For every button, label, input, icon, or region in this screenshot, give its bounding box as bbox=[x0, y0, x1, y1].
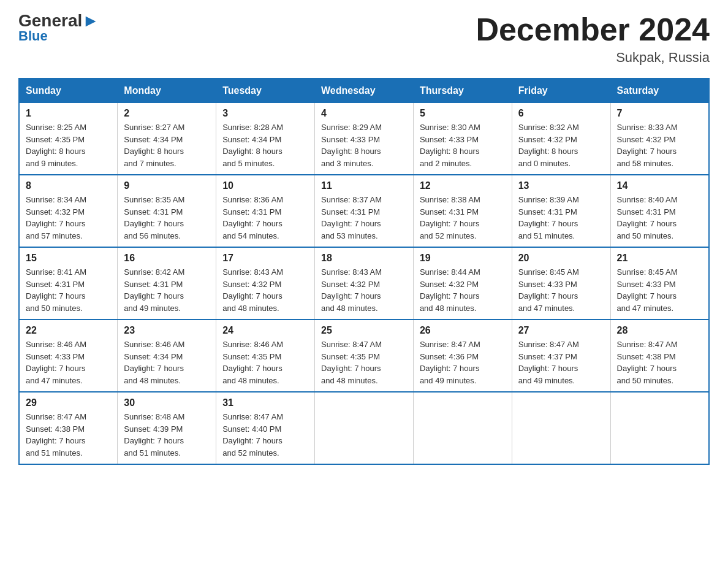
day-number: 18 bbox=[321, 253, 407, 264]
calendar-week-row: 8Sunrise: 8:34 AMSunset: 4:32 PMDaylight… bbox=[19, 175, 709, 247]
day-info: Sunrise: 8:46 AMSunset: 4:35 PMDaylight:… bbox=[222, 339, 308, 386]
day-number: 23 bbox=[124, 325, 210, 336]
calendar-cell: 28Sunrise: 8:47 AMSunset: 4:38 PMDayligh… bbox=[610, 320, 709, 392]
calendar-table: SundayMondayTuesdayWednesdayThursdayFrid… bbox=[18, 78, 710, 465]
day-number: 28 bbox=[617, 325, 702, 336]
calendar-cell: 30Sunrise: 8:48 AMSunset: 4:39 PMDayligh… bbox=[118, 392, 216, 464]
calendar-cell: 9Sunrise: 8:35 AMSunset: 4:31 PMDaylight… bbox=[118, 175, 216, 247]
day-number: 27 bbox=[518, 325, 604, 336]
calendar-cell: 2Sunrise: 8:27 AMSunset: 4:34 PMDaylight… bbox=[118, 103, 216, 175]
day-info: Sunrise: 8:46 AMSunset: 4:33 PMDaylight:… bbox=[26, 339, 111, 386]
calendar-cell: 16Sunrise: 8:42 AMSunset: 4:31 PMDayligh… bbox=[118, 247, 216, 320]
calendar-cell: 15Sunrise: 8:41 AMSunset: 4:31 PMDayligh… bbox=[19, 247, 118, 320]
calendar-header-sunday: Sunday bbox=[19, 79, 118, 103]
calendar-cell: 12Sunrise: 8:38 AMSunset: 4:31 PMDayligh… bbox=[413, 175, 512, 247]
logo-blue-text: Blue bbox=[18, 28, 48, 44]
day-number: 3 bbox=[222, 108, 308, 119]
calendar-cell: 8Sunrise: 8:34 AMSunset: 4:32 PMDaylight… bbox=[19, 175, 118, 247]
calendar-cell: 25Sunrise: 8:47 AMSunset: 4:35 PMDayligh… bbox=[315, 320, 414, 392]
day-number: 22 bbox=[26, 325, 111, 336]
calendar-cell: 11Sunrise: 8:37 AMSunset: 4:31 PMDayligh… bbox=[315, 175, 414, 247]
day-info: Sunrise: 8:47 AMSunset: 4:40 PMDaylight:… bbox=[222, 411, 308, 459]
day-number: 12 bbox=[420, 180, 506, 191]
calendar-cell bbox=[413, 392, 512, 464]
calendar-week-row: 29Sunrise: 8:47 AMSunset: 4:38 PMDayligh… bbox=[19, 392, 709, 464]
calendar-cell: 7Sunrise: 8:33 AMSunset: 4:32 PMDaylight… bbox=[610, 103, 709, 175]
calendar-cell: 6Sunrise: 8:32 AMSunset: 4:32 PMDaylight… bbox=[512, 103, 610, 175]
day-info: Sunrise: 8:29 AMSunset: 4:33 PMDaylight:… bbox=[321, 121, 407, 169]
day-info: Sunrise: 8:47 AMSunset: 4:35 PMDaylight:… bbox=[321, 339, 407, 386]
day-number: 1 bbox=[26, 108, 111, 119]
day-number: 16 bbox=[124, 253, 210, 264]
calendar-cell: 18Sunrise: 8:43 AMSunset: 4:32 PMDayligh… bbox=[315, 247, 414, 320]
calendar-cell: 26Sunrise: 8:47 AMSunset: 4:36 PMDayligh… bbox=[413, 320, 512, 392]
calendar-header-wednesday: Wednesday bbox=[315, 79, 414, 103]
day-info: Sunrise: 8:47 AMSunset: 4:38 PMDaylight:… bbox=[617, 339, 702, 386]
calendar-week-row: 1Sunrise: 8:25 AMSunset: 4:35 PMDaylight… bbox=[19, 103, 709, 175]
day-info: Sunrise: 8:32 AMSunset: 4:32 PMDaylight:… bbox=[518, 121, 604, 169]
day-number: 14 bbox=[617, 180, 702, 191]
calendar-cell: 3Sunrise: 8:28 AMSunset: 4:34 PMDaylight… bbox=[216, 103, 315, 175]
day-number: 5 bbox=[420, 108, 506, 119]
day-info: Sunrise: 8:34 AMSunset: 4:32 PMDaylight:… bbox=[26, 194, 111, 242]
day-info: Sunrise: 8:35 AMSunset: 4:31 PMDaylight:… bbox=[124, 194, 210, 242]
day-number: 11 bbox=[321, 180, 407, 191]
calendar-header-friday: Friday bbox=[512, 79, 610, 103]
calendar-cell: 23Sunrise: 8:46 AMSunset: 4:34 PMDayligh… bbox=[118, 320, 216, 392]
day-info: Sunrise: 8:39 AMSunset: 4:31 PMDaylight:… bbox=[518, 194, 604, 242]
day-info: Sunrise: 8:30 AMSunset: 4:33 PMDaylight:… bbox=[420, 121, 506, 169]
day-number: 24 bbox=[222, 325, 308, 336]
day-number: 7 bbox=[617, 108, 702, 119]
day-number: 2 bbox=[124, 108, 210, 119]
calendar-header-row: SundayMondayTuesdayWednesdayThursdayFrid… bbox=[19, 79, 709, 103]
calendar-cell: 22Sunrise: 8:46 AMSunset: 4:33 PMDayligh… bbox=[19, 320, 118, 392]
day-info: Sunrise: 8:44 AMSunset: 4:32 PMDaylight:… bbox=[420, 266, 506, 314]
day-info: Sunrise: 8:47 AMSunset: 4:37 PMDaylight:… bbox=[518, 339, 604, 386]
day-number: 20 bbox=[518, 253, 604, 264]
day-number: 15 bbox=[26, 253, 111, 264]
calendar-cell: 1Sunrise: 8:25 AMSunset: 4:35 PMDaylight… bbox=[19, 103, 118, 175]
calendar-header-monday: Monday bbox=[118, 79, 216, 103]
day-info: Sunrise: 8:45 AMSunset: 4:33 PMDaylight:… bbox=[518, 266, 604, 314]
calendar-cell: 4Sunrise: 8:29 AMSunset: 4:33 PMDaylight… bbox=[315, 103, 414, 175]
calendar-cell: 13Sunrise: 8:39 AMSunset: 4:31 PMDayligh… bbox=[512, 175, 610, 247]
month-title: December 2024 bbox=[476, 12, 710, 47]
calendar-cell: 31Sunrise: 8:47 AMSunset: 4:40 PMDayligh… bbox=[216, 392, 315, 464]
day-info: Sunrise: 8:37 AMSunset: 4:31 PMDaylight:… bbox=[321, 194, 407, 242]
day-info: Sunrise: 8:40 AMSunset: 4:31 PMDaylight:… bbox=[617, 194, 702, 242]
day-number: 9 bbox=[124, 180, 210, 191]
day-info: Sunrise: 8:45 AMSunset: 4:33 PMDaylight:… bbox=[617, 266, 702, 314]
calendar-cell: 21Sunrise: 8:45 AMSunset: 4:33 PMDayligh… bbox=[610, 247, 709, 320]
title-area: December 2024 Sukpak, Russia bbox=[476, 12, 710, 66]
day-info: Sunrise: 8:42 AMSunset: 4:31 PMDaylight:… bbox=[124, 266, 210, 314]
day-info: Sunrise: 8:46 AMSunset: 4:34 PMDaylight:… bbox=[124, 339, 210, 386]
logo-general-text: General► bbox=[18, 12, 99, 29]
day-number: 19 bbox=[420, 253, 506, 264]
calendar-header-saturday: Saturday bbox=[610, 79, 709, 103]
day-info: Sunrise: 8:47 AMSunset: 4:38 PMDaylight:… bbox=[26, 411, 111, 459]
calendar-cell: 29Sunrise: 8:47 AMSunset: 4:38 PMDayligh… bbox=[19, 392, 118, 464]
day-number: 30 bbox=[124, 397, 210, 408]
day-info: Sunrise: 8:28 AMSunset: 4:34 PMDaylight:… bbox=[222, 121, 308, 169]
day-number: 10 bbox=[222, 180, 308, 191]
day-number: 6 bbox=[518, 108, 604, 119]
day-number: 31 bbox=[222, 397, 308, 408]
calendar-week-row: 15Sunrise: 8:41 AMSunset: 4:31 PMDayligh… bbox=[19, 247, 709, 320]
day-number: 4 bbox=[321, 108, 407, 119]
calendar-cell: 5Sunrise: 8:30 AMSunset: 4:33 PMDaylight… bbox=[413, 103, 512, 175]
calendar-cell: 20Sunrise: 8:45 AMSunset: 4:33 PMDayligh… bbox=[512, 247, 610, 320]
day-info: Sunrise: 8:47 AMSunset: 4:36 PMDaylight:… bbox=[420, 339, 506, 386]
day-number: 25 bbox=[321, 325, 407, 336]
day-info: Sunrise: 8:36 AMSunset: 4:31 PMDaylight:… bbox=[222, 194, 308, 242]
calendar-cell: 24Sunrise: 8:46 AMSunset: 4:35 PMDayligh… bbox=[216, 320, 315, 392]
day-info: Sunrise: 8:48 AMSunset: 4:39 PMDaylight:… bbox=[124, 411, 210, 459]
calendar-cell bbox=[610, 392, 709, 464]
day-info: Sunrise: 8:25 AMSunset: 4:35 PMDaylight:… bbox=[26, 121, 111, 169]
page-header: General► Blue December 2024 Sukpak, Russ… bbox=[18, 12, 710, 66]
location: Sukpak, Russia bbox=[476, 50, 710, 66]
calendar-header-thursday: Thursday bbox=[413, 79, 512, 103]
day-info: Sunrise: 8:33 AMSunset: 4:32 PMDaylight:… bbox=[617, 121, 702, 169]
day-info: Sunrise: 8:43 AMSunset: 4:32 PMDaylight:… bbox=[222, 266, 308, 314]
calendar-cell: 10Sunrise: 8:36 AMSunset: 4:31 PMDayligh… bbox=[216, 175, 315, 247]
day-info: Sunrise: 8:38 AMSunset: 4:31 PMDaylight:… bbox=[420, 194, 506, 242]
